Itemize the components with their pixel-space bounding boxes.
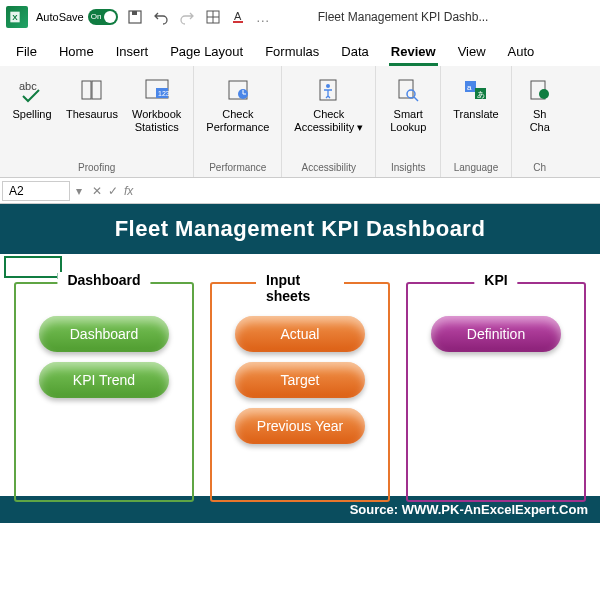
selected-cell-a2[interactable] — [4, 256, 62, 278]
svg-rect-11 — [92, 81, 101, 99]
smart-lookup-icon — [392, 74, 424, 106]
group-performance-label: Performance — [209, 160, 266, 175]
panel-dashboard-title: Dashboard — [57, 272, 150, 288]
show-changes-button[interactable]: Sh Cha — [520, 72, 560, 136]
font-color-icon[interactable]: A — [230, 8, 248, 26]
redo-icon[interactable] — [178, 8, 196, 26]
svg-point-20 — [407, 90, 415, 98]
translate-icon: aあ — [460, 74, 492, 106]
save-icon[interactable] — [126, 8, 144, 26]
definition-button[interactable]: Definition — [431, 316, 561, 352]
panel-input-title: Input sheets — [256, 272, 344, 304]
previous-year-button[interactable]: Previous Year — [235, 408, 365, 444]
thesaurus-icon — [76, 74, 108, 106]
svg-rect-3 — [132, 11, 137, 15]
actual-button[interactable]: Actual — [235, 316, 365, 352]
smart-lookup-button[interactable]: Smart Lookup — [384, 72, 432, 136]
enter-formula-icon[interactable]: ✓ — [108, 184, 118, 198]
accessibility-icon — [313, 74, 345, 106]
grid-icon[interactable] — [204, 8, 222, 26]
tab-review[interactable]: Review — [389, 40, 438, 66]
kpi-trend-button[interactable]: KPI Trend — [39, 362, 169, 398]
tab-automate[interactable]: Auto — [506, 40, 537, 66]
svg-line-21 — [414, 97, 418, 101]
tab-page-layout[interactable]: Page Layout — [168, 40, 245, 66]
autosave-label: AutoSave — [36, 11, 84, 23]
tab-home[interactable]: Home — [57, 40, 96, 66]
svg-point-27 — [539, 89, 549, 99]
dashboard-button[interactable]: Dashboard — [39, 316, 169, 352]
panel-dashboard: Dashboard Dashboard KPI Trend — [14, 282, 194, 502]
tab-file[interactable]: File — [14, 40, 39, 66]
svg-rect-8 — [233, 21, 243, 23]
cancel-formula-icon[interactable]: ✕ — [92, 184, 102, 198]
autosave-toggle[interactable]: On — [88, 9, 118, 25]
translate-button[interactable]: aあ Translate — [449, 72, 502, 123]
check-performance-button[interactable]: Check Performance — [202, 72, 273, 136]
show-changes-icon — [524, 74, 556, 106]
check-accessibility-button[interactable]: Check Accessibility ▾ — [290, 72, 367, 136]
namebox-dropdown-icon[interactable]: ▾ — [72, 184, 86, 198]
svg-rect-10 — [82, 81, 91, 99]
group-accessibility-label: Accessibility — [302, 160, 356, 175]
fx-icon[interactable]: fx — [124, 184, 133, 198]
tab-data[interactable]: Data — [339, 40, 370, 66]
spelling-icon: abc — [16, 74, 48, 106]
spelling-button[interactable]: abc Spelling — [8, 72, 56, 123]
check-performance-icon — [222, 74, 254, 106]
target-button[interactable]: Target — [235, 362, 365, 398]
tab-formulas[interactable]: Formulas — [263, 40, 321, 66]
svg-text:a: a — [467, 83, 472, 92]
svg-text:X: X — [12, 13, 18, 22]
svg-text:あ: あ — [477, 90, 485, 99]
svg-text:A: A — [234, 10, 242, 22]
formula-bar[interactable] — [139, 189, 600, 193]
panel-input-sheets: Input sheets Actual Target Previous Year — [210, 282, 390, 502]
chevron-down-icon: ▾ — [357, 121, 363, 133]
panel-kpi-title: KPI — [474, 272, 517, 288]
thesaurus-button[interactable]: Thesaurus — [62, 72, 122, 123]
svg-rect-19 — [399, 80, 413, 98]
svg-text:123: 123 — [158, 90, 170, 97]
workbook-stats-icon: 123 — [141, 74, 173, 106]
workbook-statistics-button[interactable]: 123 Workbook Statistics — [128, 72, 185, 136]
name-box[interactable] — [2, 181, 70, 201]
group-changes-label: Ch — [533, 160, 546, 175]
svg-text:abc: abc — [19, 80, 37, 92]
window-title: Fleet Management KPI Dashb... — [318, 10, 489, 24]
undo-icon[interactable] — [152, 8, 170, 26]
excel-logo-icon: X — [6, 6, 28, 28]
panel-kpi: KPI Definition — [406, 282, 586, 502]
group-insights-label: Insights — [391, 160, 425, 175]
group-proofing-label: Proofing — [78, 160, 115, 175]
group-language-label: Language — [454, 160, 499, 175]
tab-insert[interactable]: Insert — [114, 40, 151, 66]
svg-point-18 — [326, 84, 330, 88]
tab-view[interactable]: View — [456, 40, 488, 66]
dashboard-title: Fleet Management KPI Dashboard — [0, 204, 600, 254]
